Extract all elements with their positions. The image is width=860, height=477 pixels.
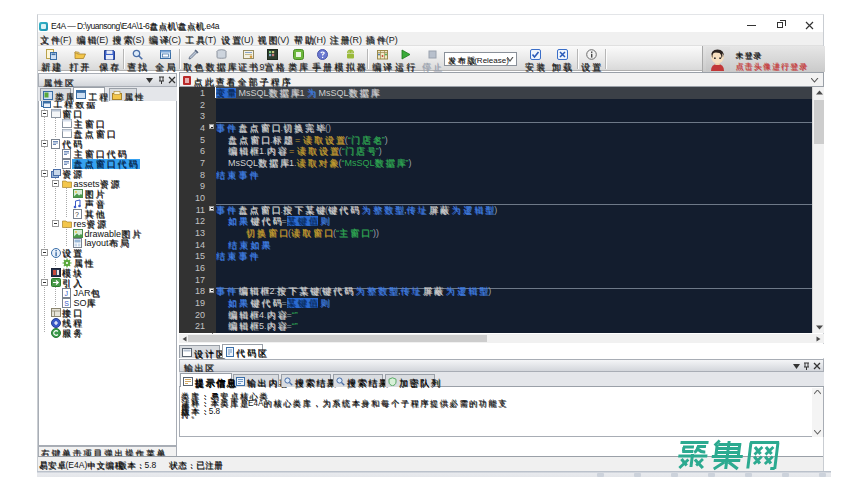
- svg-text:?: ?: [75, 211, 79, 218]
- svg-text:J: J: [65, 290, 69, 297]
- svg-text:S: S: [64, 300, 69, 307]
